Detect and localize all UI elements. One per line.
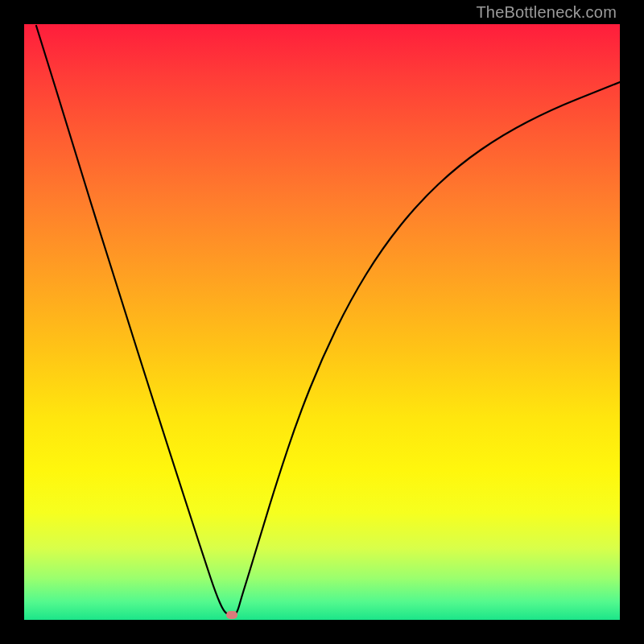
chart-frame: TheBottleneck.com xyxy=(0,0,644,644)
bottleneck-curve xyxy=(24,24,620,620)
minimum-marker xyxy=(226,611,237,619)
watermark-text: TheBottleneck.com xyxy=(476,3,617,22)
plot-area xyxy=(24,24,620,620)
